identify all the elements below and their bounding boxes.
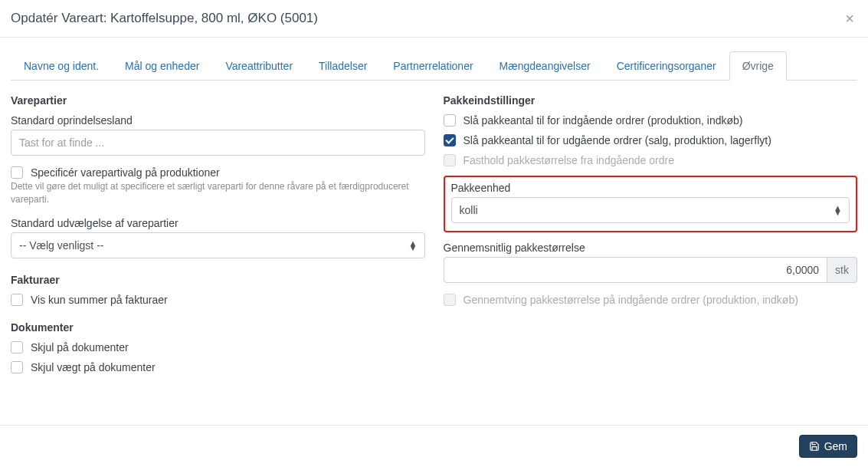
keep-size-label: Fasthold pakkestørrelse fra indgående or… [463, 154, 674, 166]
tab-vareattributter[interactable]: Vareattributter [212, 51, 306, 81]
unit-label: Pakkeenhed [451, 182, 850, 194]
tab-maengdeangivelser[interactable]: Mængdeangivelser [486, 51, 604, 81]
tab-oevrige[interactable]: Øvrige [729, 51, 787, 81]
right-column: Pakkeindstillinger Slå pakkeantal til fo… [444, 94, 858, 381]
pakkeenhed-highlight: Pakkeenhed ▲▼ [444, 176, 858, 232]
hide-weight-row: Skjul vægt på dokumenter [11, 361, 425, 373]
specify-varepartivalg-help: Dette vil gøre det muligt at specificere… [11, 180, 425, 206]
tab-certificeringsorganer[interactable]: Certificeringsorganer [604, 51, 729, 81]
hide-docs-row: Skjul på dokumenter [11, 341, 425, 354]
outgoing-row: Slå pakkeantal til for udgående ordrer (… [444, 134, 858, 146]
selection-select[interactable] [11, 232, 425, 258]
selection-label: Standard udvælgelse af varepartier [11, 217, 425, 229]
section-fakturaer-title: Fakturaer [11, 274, 425, 286]
hide-weight-label: Skjul vægt på dokumenter [31, 361, 156, 373]
origin-country-input[interactable] [11, 130, 425, 156]
save-button-label: Gem [824, 440, 847, 452]
left-column: Varepartier Standard oprindelsesland Spe… [11, 94, 425, 381]
keep-size-row: Fasthold pakkestørrelse fra indgående or… [444, 154, 858, 166]
tab-maal-enheder[interactable]: Mål og enheder [112, 51, 212, 81]
save-icon [809, 441, 820, 452]
tab-content: Varepartier Standard oprindelsesland Spe… [0, 81, 868, 381]
force-size-label: Gennemtving pakkestørrelse på indgående … [463, 294, 798, 306]
tab-partnerrelationer[interactable]: Partnerrelationer [380, 51, 486, 81]
section-varepartier-title: Varepartier [11, 94, 425, 107]
only-sums-label: Vis kun summer på fakturaer [31, 294, 168, 306]
avg-size-unit: stk [827, 257, 857, 283]
incoming-row: Slå pakkeantal til for indgående ordrer … [444, 114, 858, 127]
modal-title: Opdatér Vareart: Kartoffelsuppe, 800 ml,… [11, 11, 318, 26]
outgoing-checkbox[interactable] [444, 134, 456, 146]
modal-header: Opdatér Vareart: Kartoffelsuppe, 800 ml,… [0, 0, 868, 38]
specify-varepartivalg-checkbox[interactable] [11, 166, 23, 179]
keep-size-checkbox [444, 154, 456, 166]
incoming-checkbox[interactable] [444, 114, 456, 127]
outgoing-label: Slå pakkeantal til for udgående ordrer (… [463, 134, 771, 146]
avg-label: Gennemsnitlig pakkestørrelse [444, 242, 858, 254]
close-button[interactable]: × [842, 11, 857, 26]
incoming-label: Slå pakkeantal til for indgående ordrer … [463, 114, 743, 127]
modal-footer: Gem [0, 425, 868, 467]
specify-varepartivalg-label: Specificér varepartivalg på produktioner [31, 166, 220, 179]
avg-size-input[interactable] [444, 257, 828, 283]
section-pakke-title: Pakkeindstillinger [444, 94, 858, 107]
tab-tilladelser[interactable]: Tilladelser [306, 51, 380, 81]
force-size-row: Gennemtving pakkestørrelse på indgående … [444, 294, 858, 306]
section-dokumenter-title: Dokumenter [11, 321, 425, 334]
hide-docs-label: Skjul på dokumenter [31, 341, 129, 354]
force-size-checkbox [444, 294, 456, 306]
hide-weight-checkbox[interactable] [11, 361, 23, 373]
origin-country-label: Standard oprindelsesland [11, 114, 425, 127]
tabs: Navne og ident. Mål og enheder Vareattri… [11, 51, 857, 81]
only-sums-checkbox[interactable] [11, 294, 23, 306]
only-sums-row: Vis kun summer på fakturaer [11, 294, 425, 306]
save-button[interactable]: Gem [799, 435, 857, 458]
hide-docs-checkbox[interactable] [11, 341, 23, 354]
tab-navne-ident[interactable]: Navne og ident. [11, 51, 112, 81]
unit-select[interactable] [451, 197, 850, 223]
specify-varepartivalg-row: Specificér varepartivalg på produktioner [11, 166, 425, 179]
